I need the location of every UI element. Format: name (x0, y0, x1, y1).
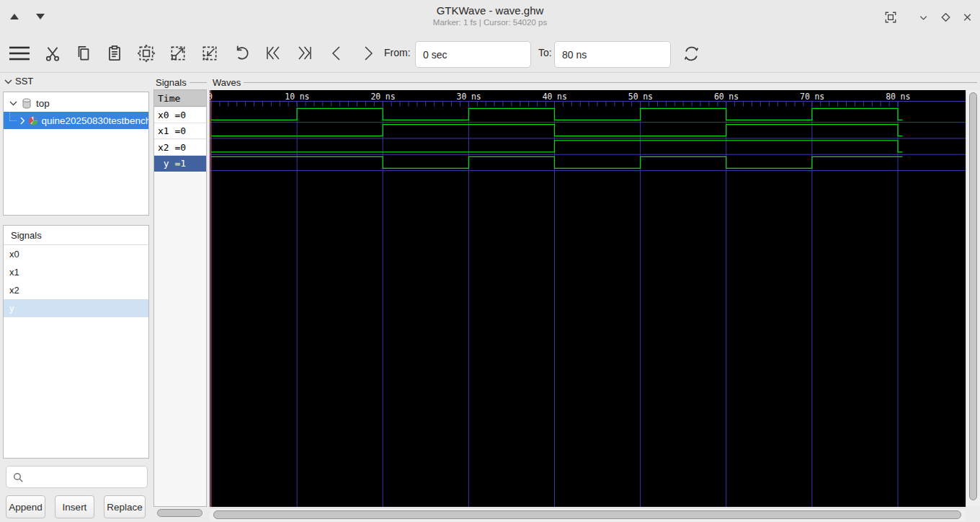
wave-vscrollbar-track[interactable] (966, 90, 980, 507)
wave-hscrollbar-thumb[interactable] (213, 510, 961, 519)
skip-to-end-icon (295, 44, 314, 63)
tree-item-top[interactable]: top (4, 94, 148, 112)
fullscreen-icon (884, 11, 897, 24)
chevron-left-icon (328, 44, 345, 63)
signal-name-cell-x2[interactable]: x2 =0 (154, 140, 206, 156)
toolbar: From: To: (0, 32, 980, 73)
wave-vscrollbar-thumb[interactable] (969, 92, 977, 500)
svg-text:ns: ns (386, 92, 396, 102)
zoom-out-button[interactable] (200, 44, 219, 63)
wave-hscrollbar-track[interactable] (210, 508, 966, 521)
window-title: GTKWave - wave.ghw (0, 4, 980, 17)
svg-text:10: 10 (285, 92, 295, 102)
frame-line (244, 82, 977, 83)
svg-text:60: 60 (714, 92, 724, 102)
chevron-right-icon (360, 44, 377, 63)
copy-button[interactable] (74, 44, 93, 63)
signals-list-panel: Signals x0 x1 x2 y (3, 225, 149, 459)
scissors-icon (43, 44, 62, 63)
signal-name-cell-y[interactable]: y =1 (154, 156, 206, 172)
window-title-block: GTKWave - wave.ghw Marker: 1 fs | Cursor… (0, 4, 980, 27)
svg-text:ns: ns (814, 92, 824, 102)
insert-button[interactable]: Insert (55, 495, 94, 518)
names-column-hscrollbar[interactable] (157, 509, 202, 517)
svg-text:ns: ns (643, 92, 653, 102)
tree-item-testbench[interactable]: quine20250830testbench (4, 112, 148, 129)
clipboard-icon (105, 44, 124, 63)
svg-text:ns: ns (557, 92, 567, 102)
signals-list-header: Signals (4, 226, 148, 245)
from-label: From: (384, 47, 411, 58)
sst-frame-label[interactable]: SST (4, 76, 33, 87)
svg-text:70: 70 (800, 92, 810, 102)
waveform-canvas[interactable]: 010ns20ns30ns40ns50ns60ns70ns80ns (210, 90, 966, 507)
maximize-button[interactable] (940, 11, 953, 24)
tree-item-label: top (36, 98, 50, 109)
paste-button[interactable] (105, 44, 124, 63)
zoom-in-icon (169, 44, 187, 63)
signal-search-input[interactable] (6, 466, 148, 488)
svg-text:50: 50 (628, 92, 638, 102)
zoom-in-button[interactable] (169, 44, 187, 63)
signal-list-item-x0[interactable]: x0 (4, 245, 148, 263)
diamond-icon (940, 11, 952, 24)
svg-text:40: 40 (543, 92, 553, 102)
expander-down-icon (4, 79, 12, 84)
svg-text:ns: ns (471, 92, 481, 102)
minimize-button[interactable] (917, 11, 930, 24)
tree-guide-line (9, 112, 17, 121)
signal-name-cell-x0[interactable]: x0 =0 (154, 107, 206, 123)
svg-text:ns: ns (729, 92, 739, 102)
move-left-button[interactable] (328, 44, 347, 63)
go-to-end-button[interactable] (295, 44, 314, 63)
names-column-label: Signals (156, 77, 207, 88)
signal-names-column: Time x0 =0 x1 =0 x2 =0 y =1 (153, 89, 207, 507)
svg-text:80: 80 (886, 92, 896, 102)
signal-name-cell-x1[interactable]: x1 =0 (154, 123, 206, 139)
expander-down-icon[interactable] (9, 100, 17, 106)
close-button[interactable] (961, 11, 974, 24)
move-right-button[interactable] (360, 44, 378, 63)
marker-cursor-status: Marker: 1 fs | Cursor: 54020 ps (0, 18, 980, 27)
signal-list-item-x1[interactable]: x1 (4, 263, 148, 281)
signal-list-item-y[interactable]: y (4, 299, 148, 317)
zoom-out-icon (200, 44, 219, 63)
reload-button[interactable] (682, 44, 700, 63)
main-area: SST top quine20250830testbench Signals (0, 73, 980, 522)
svg-text:30: 30 (457, 92, 467, 102)
design-unit-icon (28, 115, 39, 126)
reload-icon (682, 44, 701, 63)
frame-line (190, 82, 207, 83)
undo-button[interactable] (233, 44, 251, 63)
go-to-start-button[interactable] (264, 44, 282, 63)
append-button[interactable]: Append (6, 495, 45, 518)
sst-tree-panel: top quine20250830testbench (3, 92, 149, 216)
search-icon (13, 472, 24, 483)
svg-text:20: 20 (370, 92, 380, 102)
svg-text:0: 0 (210, 92, 213, 102)
titlebar: GTKWave - wave.ghw Marker: 1 fs | Cursor… (0, 0, 980, 32)
svg-text:ns: ns (300, 92, 310, 102)
cylinder-scope-icon (22, 98, 32, 109)
zoom-fit-button[interactable] (137, 44, 156, 63)
expander-right-icon[interactable] (19, 117, 25, 125)
to-label: To: (538, 47, 552, 58)
svg-text:ns: ns (901, 92, 911, 102)
waveform-plot: 010ns20ns30ns40ns50ns60ns70ns80ns (210, 90, 966, 507)
signal-list-item-x2[interactable]: x2 (4, 281, 148, 299)
menu-button[interactable] (9, 44, 30, 63)
close-icon (961, 11, 974, 24)
replace-button[interactable]: Replace (104, 495, 146, 518)
copy-icon (74, 44, 93, 63)
skip-to-start-icon (264, 44, 282, 63)
fullscreen-button[interactable] (884, 11, 897, 24)
to-time-input[interactable] (554, 41, 671, 68)
undo-arrow-icon (233, 44, 251, 63)
cut-button[interactable] (43, 44, 62, 63)
tree-item-label: quine20250830testbench (42, 115, 148, 126)
zoom-fit-icon (137, 44, 156, 63)
hamburger-menu-icon (9, 44, 30, 63)
time-header-cell: Time (154, 90, 206, 107)
from-time-input[interactable] (415, 41, 531, 68)
chevron-down-icon (917, 11, 930, 24)
